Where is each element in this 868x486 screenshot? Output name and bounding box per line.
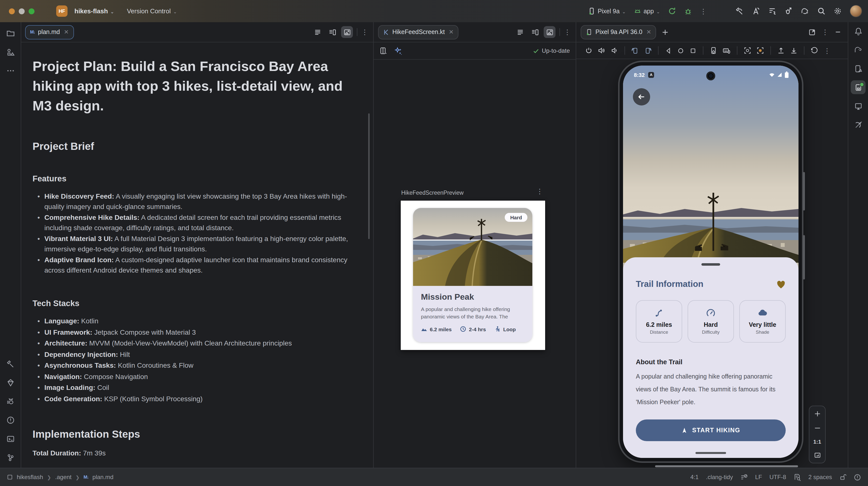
android-home-button[interactable] — [677, 47, 684, 54]
breadcrumb-project[interactable]: hikesflash — [17, 474, 43, 481]
tab-pixel-9a[interactable]: Pixel 9a API 36.0 ✕ — [581, 25, 656, 39]
attach-debugger-icon[interactable] — [784, 7, 793, 15]
project-tool-window-button[interactable] — [3, 26, 18, 40]
device-selector[interactable]: Pixel 9a⌄ — [588, 7, 626, 15]
gesture-navigation-pill[interactable] — [695, 452, 726, 454]
zoom-in-button[interactable] — [813, 410, 821, 418]
encoding-selector[interactable]: UTF-8 — [769, 474, 786, 481]
open-in-window-icon[interactable] — [808, 28, 816, 36]
emulator-screen[interactable]: 8:32 A Trail Information — [623, 66, 799, 458]
running-devices-button[interactable] — [851, 80, 866, 94]
gradle-tool-window-button[interactable] — [851, 43, 866, 57]
start-hiking-button[interactable]: START HIKING — [636, 420, 786, 441]
caret-position[interactable]: 4:1 — [690, 474, 699, 481]
tab-hikefeedscreen-kt[interactable]: HikeFeedScreen.kt ✕ — [378, 25, 458, 39]
android-overview-button[interactable] — [689, 47, 696, 54]
profiler-icon[interactable] — [752, 7, 760, 15]
maximize-window-button[interactable] — [29, 8, 34, 14]
favorite-heart-button[interactable] — [776, 280, 786, 288]
markdown-scrollbar[interactable] — [368, 113, 370, 239]
file-search-icon[interactable] — [794, 474, 801, 481]
push-file-button[interactable] — [777, 47, 785, 54]
breadcrumb-file[interactable]: plan.md — [92, 474, 113, 481]
gemini-sparkle-button[interactable] — [394, 47, 403, 55]
tab-options-kebab[interactable]: ⋮ — [361, 29, 368, 35]
preview-only-view-button[interactable] — [544, 26, 556, 38]
preview-kebab[interactable]: ⋮ — [536, 188, 543, 195]
minimize-window-button[interactable] — [19, 8, 25, 14]
save-screenshot-button[interactable] — [790, 47, 798, 54]
power-button[interactable] — [585, 47, 592, 54]
close-tab-icon[interactable]: ✕ — [646, 29, 651, 35]
preview-name-label[interactable]: HikeFeedScreenPreview — [401, 190, 464, 196]
code-only-view-button[interactable] — [514, 26, 526, 38]
logcat-tool-window-button[interactable] — [3, 394, 18, 408]
assistant-tools-button[interactable] — [851, 118, 866, 131]
trail-bottom-sheet[interactable]: Trail Information 6.2 miles Distance — [623, 257, 799, 458]
preview-only-view-button[interactable] — [341, 26, 353, 38]
preview-layout-button[interactable] — [379, 47, 388, 55]
notifications-button[interactable] — [851, 24, 866, 38]
layout-inspector-button[interactable] — [851, 99, 866, 113]
split-view-button[interactable] — [326, 26, 338, 38]
unlocked-padlock-icon[interactable] — [839, 474, 846, 481]
app-back-button[interactable] — [633, 88, 650, 105]
rerun-app-button[interactable] — [668, 7, 676, 15]
terminal-tool-window-button[interactable] — [3, 432, 18, 446]
hide-pane-icon[interactable] — [835, 29, 841, 35]
close-tab-icon[interactable]: ✕ — [449, 29, 454, 35]
zoom-out-button[interactable] — [813, 424, 821, 432]
volume-down-button[interactable] — [611, 47, 618, 54]
sheet-drag-handle[interactable] — [702, 263, 720, 266]
more-tool-windows-button[interactable] — [3, 64, 18, 78]
stat-shade[interactable]: Very little Shade — [739, 300, 786, 342]
app-quality-insights-button[interactable] — [3, 375, 18, 389]
rotate-right-button[interactable] — [644, 47, 652, 54]
zoom-reset-button[interactable]: 1:1 — [813, 439, 821, 445]
emulator-horizontal-scrollbar[interactable] — [655, 465, 798, 467]
screen-record-button[interactable] — [756, 47, 764, 54]
settings-gear-icon[interactable] — [834, 7, 842, 15]
user-avatar[interactable] — [850, 5, 862, 17]
screenshot-button[interactable] — [744, 47, 751, 54]
zoom-fit-button[interactable] — [813, 452, 821, 459]
stat-difficulty[interactable]: Hard Difficulty — [688, 300, 734, 342]
emulator-options-kebab[interactable]: ⋮ — [822, 29, 829, 35]
split-view-button[interactable] — [529, 26, 541, 38]
resource-manager-button[interactable] — [3, 45, 18, 59]
device-settings-button[interactable] — [710, 47, 717, 54]
gradle-sync-icon[interactable] — [801, 7, 809, 15]
android-back-button[interactable] — [665, 47, 672, 54]
tab-options-kebab[interactable]: ⋮ — [564, 29, 571, 35]
breadcrumb-dir[interactable]: .agent — [55, 474, 72, 481]
snapshots-button[interactable] — [811, 47, 818, 54]
search-everywhere-icon[interactable] — [817, 7, 826, 15]
run-configuration-selector[interactable]: app⌄ — [633, 7, 660, 15]
device-manager-lines-icon[interactable] — [768, 7, 776, 15]
hike-card[interactable]: Hard Mission Peak A popular and challeng… — [413, 208, 532, 342]
build-tool-window-button[interactable] — [3, 357, 18, 371]
close-tab-icon[interactable]: ✕ — [64, 29, 69, 35]
run-options-kebab[interactable]: ⋮ — [700, 8, 707, 14]
debug-app-button[interactable] — [684, 7, 692, 15]
inspections-widget-icon[interactable] — [740, 474, 748, 481]
indent-selector[interactable]: 2 spaces — [808, 474, 832, 481]
close-window-button[interactable] — [9, 8, 15, 14]
build-hammer-icon[interactable] — [736, 7, 744, 15]
rotate-left-button[interactable] — [631, 47, 639, 54]
editor-only-view-button[interactable] — [311, 26, 323, 38]
stat-distance[interactable]: 6.2 miles Distance — [636, 300, 682, 342]
project-selector[interactable]: hikes-flash⌄ — [74, 7, 114, 15]
device-manager-button[interactable] — [851, 62, 866, 75]
new-device-tab-button[interactable] — [662, 28, 669, 36]
code-style-profile[interactable]: .clang-tidy — [706, 474, 733, 481]
git-tool-window-button[interactable] — [3, 451, 18, 464]
emulator-more-kebab[interactable]: ⋮ — [824, 47, 831, 54]
error-indicator-icon[interactable] — [854, 474, 861, 481]
problems-tool-window-button[interactable] — [3, 413, 18, 427]
line-ending-selector[interactable]: LF — [755, 474, 762, 481]
virtual-input-button[interactable] — [722, 47, 731, 54]
volume-up-button[interactable] — [598, 47, 605, 54]
vcs-menu[interactable]: Version Control⌄ — [127, 7, 177, 15]
tab-plan-md[interactable]: M↓ plan.md ✕ — [26, 25, 73, 39]
